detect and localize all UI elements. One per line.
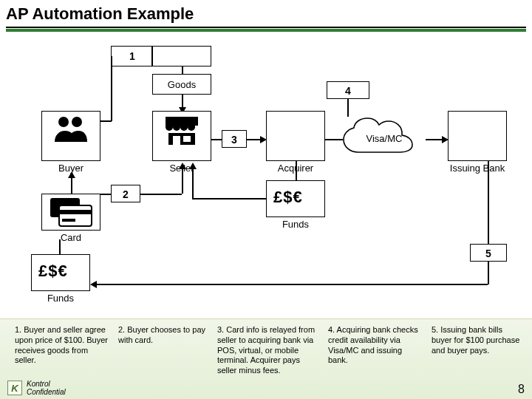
brand: Kontrol (27, 380, 50, 388)
step-num-3: 3 (222, 130, 247, 148)
step-text-1: 1. Buyer and seller agree upon price of … (15, 325, 117, 366)
entity-issuing-bank (448, 111, 507, 161)
arrow-icon (68, 171, 75, 178)
conn (192, 168, 194, 199)
step-text-4: 4. Acquiring bank checks credit availabi… (328, 325, 430, 366)
logo: K KontrolConfidential (7, 380, 66, 396)
svg-rect-9 (183, 136, 191, 142)
svg-point-5 (180, 123, 188, 131)
svg-rect-7 (168, 133, 195, 145)
box-spacer-1 (152, 46, 211, 66)
conn (182, 168, 183, 194)
arrow-icon (189, 163, 197, 169)
step-text-5: 5. Issuing bank bills buyer for $100 pur… (432, 325, 526, 355)
conn (347, 99, 349, 117)
goods-box: Goods (152, 74, 211, 95)
footer: 1. Buyer and seller agree upon price of … (0, 318, 532, 399)
page-number: 8 (518, 383, 525, 396)
label-funds-1: Funds (266, 219, 325, 230)
step-num-1: 1 (126, 47, 139, 65)
conn (247, 139, 262, 140)
conn (211, 139, 222, 140)
logo-mark: K (7, 381, 22, 395)
storefront-icon (163, 117, 201, 149)
arrow-icon (90, 281, 97, 288)
label-funds-2: Funds (31, 293, 90, 304)
step-num-5: 5 (470, 244, 507, 262)
people-icon (52, 114, 90, 149)
svg-point-3 (166, 123, 173, 131)
step-num-4: 4 (327, 81, 369, 99)
conn (426, 139, 443, 140)
conn (71, 177, 72, 194)
step-text-3: 3. Card info is relayed from seller to a… (217, 325, 327, 376)
conn (488, 161, 489, 244)
label-card: Card (41, 232, 100, 243)
svg-point-6 (188, 123, 195, 131)
svg-point-0 (58, 117, 69, 127)
conn (182, 66, 183, 74)
conn (59, 239, 61, 254)
label-network: Visa/MC (353, 133, 415, 144)
svg-rect-8 (173, 136, 180, 145)
svg-rect-11 (59, 205, 92, 226)
label-issuing-bank: Issuing Bank (443, 163, 511, 174)
conn (96, 284, 488, 285)
svg-rect-12 (59, 210, 92, 214)
logo-text: KontrolConfidential (27, 380, 66, 396)
step-descriptions: 1. Buyer and seller agree upon price of … (0, 319, 532, 399)
conn (296, 161, 297, 180)
currency-icon: £$€ (38, 262, 68, 281)
credit-card-icon (49, 197, 93, 230)
svg-point-4 (173, 123, 180, 131)
slide: AP Automation Example 1 Goods 4 Buyer Se… (0, 0, 532, 399)
svg-rect-13 (62, 219, 75, 222)
conn (192, 198, 266, 200)
conn (140, 194, 182, 195)
currency-icon: £$€ (273, 188, 303, 207)
conn (111, 56, 112, 121)
conn (325, 139, 343, 140)
confidential: Confidential (27, 388, 66, 396)
arrow-icon (179, 163, 186, 169)
page-title: AP Automation Example (6, 4, 194, 24)
conn (488, 262, 489, 284)
rule-green (6, 29, 526, 32)
conn (182, 95, 183, 108)
rule-black (6, 27, 526, 28)
svg-point-1 (72, 117, 82, 127)
step-text-2: 2. Buyer chooses to pay with card. (118, 325, 213, 346)
entity-acquirer (266, 111, 325, 161)
step-num-2: 2 (111, 185, 140, 202)
